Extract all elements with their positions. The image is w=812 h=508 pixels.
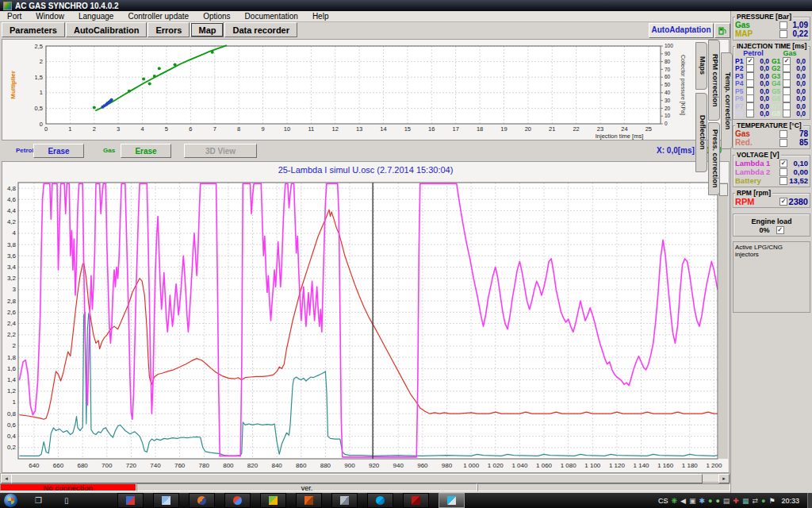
svg-text:2,2: 2,2 — [7, 331, 17, 338]
view-3d-button[interactable]: 3D View — [184, 144, 257, 158]
taskbar-clock[interactable]: 20:33 — [781, 497, 799, 505]
engine-load-checkbox[interactable]: ✓ — [776, 226, 784, 234]
checkbox-g8[interactable] — [783, 110, 791, 117]
side-tab-deflection[interactable]: Deflection — [695, 93, 707, 172]
taskbar-app-security[interactable] — [296, 493, 322, 508]
checkbox-p6[interactable] — [746, 94, 754, 102]
checkbox-p2[interactable] — [746, 64, 754, 72]
taskbar-app-media[interactable] — [117, 493, 144, 508]
svg-text:1 180: 1 180 — [682, 462, 699, 469]
oscilloscope-chart[interactable]: 6406606807007207407607808008208408608809… — [2, 162, 729, 472]
language-indicator[interactable]: CS — [658, 497, 668, 505]
svg-text:920: 920 — [369, 462, 380, 469]
checkbox-p5[interactable] — [746, 87, 754, 95]
tab-errors[interactable]: Errors — [147, 22, 190, 37]
injection-row-p4: P40,0G40,0 — [735, 80, 808, 88]
tray-battery-icon[interactable]: ▣ — [689, 497, 696, 505]
svg-text:16: 16 — [428, 125, 435, 133]
menu-item-options[interactable]: Options — [196, 12, 237, 21]
taskbar-app-skype[interactable] — [367, 493, 393, 508]
checkbox-g3[interactable] — [783, 72, 791, 80]
value-g4: 0,0 — [791, 79, 806, 87]
menu-item-port[interactable]: Port — [0, 12, 29, 21]
checkbox-rpm[interactable]: ✓ — [779, 198, 787, 206]
value-battery: 13,52 — [787, 176, 808, 185]
document-icon[interactable]: ▯ — [64, 496, 69, 505]
tray-network-icon[interactable]: ▦ — [742, 497, 749, 505]
checkbox-p3[interactable] — [746, 72, 754, 80]
petrol-column-header: Petrol — [735, 49, 772, 57]
scroll-left-arrow-icon[interactable]: ◂ — [1, 474, 12, 483]
taskbar-app-viewer[interactable] — [331, 493, 358, 508]
taskbar-app-chrome[interactable] — [224, 493, 251, 508]
windows-logo-icon — [8, 498, 14, 504]
checkbox-g1[interactable]: ✓ — [783, 57, 791, 65]
vertical-scrollbar-thumb[interactable] — [719, 183, 728, 196]
side-tab-maps[interactable]: Maps — [695, 42, 707, 90]
tray-sync-icon[interactable]: ⇄ — [752, 497, 758, 505]
multiplier-map-chart[interactable]: 0123456789101112131415161718192021222324… — [2, 40, 729, 140]
tray-antivirus-icon[interactable]: ❋ — [671, 497, 677, 505]
checkbox-lambda-2[interactable] — [779, 168, 787, 176]
menu-item-help[interactable]: Help — [305, 12, 336, 21]
scroll-right-arrow-icon[interactable]: ▸ — [718, 474, 730, 483]
checkbox-g5[interactable] — [783, 87, 791, 95]
checkbox-p8[interactable] — [746, 110, 754, 117]
svg-text:1: 1 — [68, 125, 71, 133]
tab-parameters[interactable]: Parameters — [2, 22, 65, 37]
checkbox-map[interactable] — [779, 30, 787, 38]
horizontal-scrollbar-thumb[interactable] — [11, 474, 703, 483]
label-p7: P7 — [735, 102, 746, 110]
show-desktop-button[interactable] — [807, 493, 812, 508]
gas-pump-button[interactable] — [714, 23, 730, 38]
checkbox-g6[interactable] — [783, 94, 791, 102]
checkbox-p4[interactable] — [746, 79, 754, 87]
checkbox-gas[interactable] — [779, 130, 787, 138]
tray-status-icon-2[interactable]: ● — [715, 497, 719, 505]
tray-update-icon[interactable]: ● — [761, 497, 765, 505]
tray-health-icon[interactable]: ✚ — [733, 497, 739, 505]
checkbox-red[interactable] — [779, 139, 787, 147]
taskbar-app-acgas[interactable] — [439, 493, 465, 508]
injection-legend: INJECTION TIME [ms] — [735, 42, 808, 50]
checkbox-g7[interactable] — [783, 102, 791, 110]
erase-petrol-button[interactable]: Erase — [33, 144, 84, 158]
label-g4: G4 — [772, 79, 783, 87]
checkbox-p7[interactable] — [746, 102, 754, 110]
taskbar-app-explorer[interactable] — [153, 493, 179, 508]
side-tab-temp-correction[interactable]: Temp. correction — [721, 52, 733, 149]
menu-item-documentation[interactable]: Documentation — [238, 12, 305, 21]
checkbox-battery[interactable] — [779, 177, 787, 185]
taskbar-app-acgas-icon — [447, 496, 456, 505]
menu-item-controller-update[interactable]: Controller update — [121, 12, 196, 21]
tray-status-icon-1[interactable]: ● — [708, 497, 712, 505]
autoadaptation-button[interactable]: AutoAdaptation — [649, 23, 714, 38]
taskbar-app-photos[interactable] — [260, 493, 286, 508]
erase-gas-button[interactable]: Erase — [121, 144, 171, 158]
label-battery: Battery — [735, 176, 779, 185]
taskbar-app-firefox[interactable] — [189, 493, 215, 508]
tab-map[interactable]: Map — [190, 22, 224, 37]
checkbox-p1[interactable]: ✓ — [746, 57, 754, 65]
vertical-scrollbar[interactable] — [718, 183, 728, 459]
window-switcher-icon[interactable]: ❐ — [35, 496, 42, 505]
side-tab-press-correction[interactable]: Press. correction — [708, 122, 720, 195]
tab-data-recorder[interactable]: Data recorder — [224, 22, 297, 37]
horizontal-scrollbar[interactable]: ◂ ▸ — [0, 473, 730, 483]
checkbox-g2[interactable] — [783, 64, 791, 72]
menu-item-language[interactable]: Language — [71, 12, 121, 21]
tray-volume-icon[interactable]: ◀ — [680, 497, 686, 505]
value-map: 0,22 — [787, 29, 808, 38]
title-bar[interactable]: AC GAS SYNCHRO 10.4.0.2 — [0, 0, 812, 11]
start-button[interactable] — [4, 494, 17, 507]
taskbar-app-reader[interactable] — [403, 493, 429, 508]
tray-bluetooth-icon[interactable]: ✱ — [699, 497, 705, 505]
menu-item-window[interactable]: Window — [29, 12, 71, 21]
tray-display-icon[interactable]: ▤ — [723, 497, 730, 505]
checkbox-g4[interactable] — [783, 79, 791, 87]
checkbox-lambda-1[interactable]: ✓ — [779, 160, 787, 167]
tray-flag-icon[interactable]: ⚑ — [768, 497, 775, 505]
side-tab-rpm-correction[interactable]: RPM correction — [708, 40, 720, 121]
tab-autocalibration[interactable]: AutoCalibration — [66, 22, 147, 37]
checkbox-gas[interactable] — [779, 21, 787, 29]
